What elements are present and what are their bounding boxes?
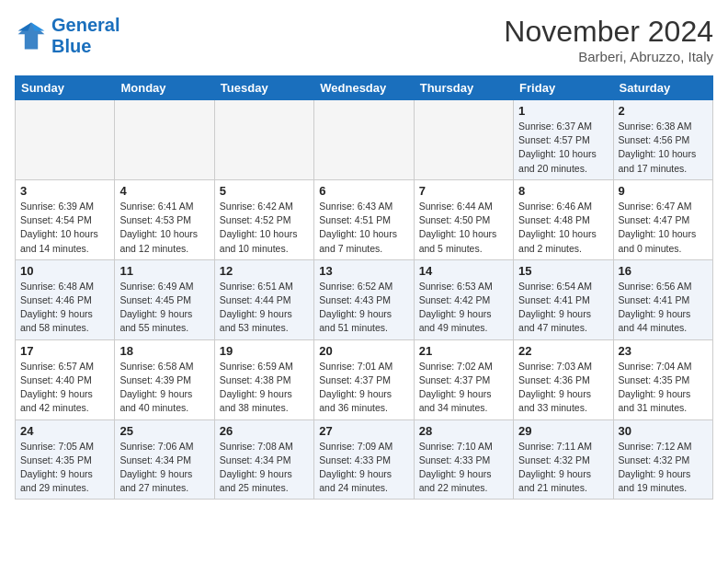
day-info: Sunrise: 6:38 AM Sunset: 4:56 PM Dayligh… bbox=[619, 120, 708, 176]
table-row: 3Sunrise: 6:39 AM Sunset: 4:54 PM Daylig… bbox=[16, 179, 115, 259]
logo-blue: Blue bbox=[51, 36, 119, 57]
col-saturday: Saturday bbox=[613, 76, 712, 100]
table-row: 23Sunrise: 7:04 AM Sunset: 4:35 PM Dayli… bbox=[613, 339, 712, 419]
day-info: Sunrise: 6:52 AM Sunset: 4:43 PM Dayligh… bbox=[319, 280, 408, 336]
table-row: 11Sunrise: 6:49 AM Sunset: 4:45 PM Dayli… bbox=[115, 259, 214, 339]
day-number: 11 bbox=[119, 264, 209, 278]
day-number: 29 bbox=[518, 424, 608, 438]
table-row: 29Sunrise: 7:11 AM Sunset: 4:32 PM Dayli… bbox=[514, 419, 613, 500]
day-number: 18 bbox=[119, 344, 209, 358]
logo: General Blue bbox=[15, 15, 119, 57]
day-number: 13 bbox=[319, 264, 408, 278]
table-row: 6Sunrise: 6:43 AM Sunset: 4:51 PM Daylig… bbox=[314, 179, 414, 259]
day-number: 24 bbox=[20, 424, 109, 438]
table-row bbox=[414, 100, 513, 180]
table-row: 17Sunrise: 6:57 AM Sunset: 4:40 PM Dayli… bbox=[16, 339, 115, 419]
day-info: Sunrise: 7:11 AM Sunset: 4:32 PM Dayligh… bbox=[518, 440, 608, 496]
col-sunday: Sunday bbox=[16, 76, 115, 100]
header: General Blue November 2024 Barberi, Abru… bbox=[15, 15, 713, 64]
table-row: 14Sunrise: 6:53 AM Sunset: 4:42 PM Dayli… bbox=[414, 259, 513, 339]
day-info: Sunrise: 6:48 AM Sunset: 4:46 PM Dayligh… bbox=[20, 280, 109, 336]
table-row: 12Sunrise: 6:51 AM Sunset: 4:44 PM Dayli… bbox=[214, 259, 313, 339]
day-info: Sunrise: 6:42 AM Sunset: 4:52 PM Dayligh… bbox=[220, 200, 309, 256]
day-info: Sunrise: 6:49 AM Sunset: 4:45 PM Dayligh… bbox=[119, 280, 209, 336]
table-row: 1Sunrise: 6:37 AM Sunset: 4:57 PM Daylig… bbox=[514, 100, 613, 180]
table-row: 15Sunrise: 6:54 AM Sunset: 4:41 PM Dayli… bbox=[514, 259, 613, 339]
calendar-week-row: 3Sunrise: 6:39 AM Sunset: 4:54 PM Daylig… bbox=[16, 179, 713, 259]
day-number: 25 bbox=[119, 424, 209, 438]
table-row: 27Sunrise: 7:09 AM Sunset: 4:33 PM Dayli… bbox=[314, 419, 414, 500]
col-monday: Monday bbox=[115, 76, 214, 100]
day-number: 7 bbox=[419, 184, 508, 198]
day-number: 1 bbox=[518, 104, 608, 118]
day-info: Sunrise: 7:01 AM Sunset: 4:37 PM Dayligh… bbox=[319, 360, 408, 416]
day-number: 16 bbox=[619, 264, 708, 278]
day-info: Sunrise: 6:43 AM Sunset: 4:51 PM Dayligh… bbox=[319, 200, 408, 256]
table-row: 25Sunrise: 7:06 AM Sunset: 4:34 PM Dayli… bbox=[115, 419, 214, 500]
day-info: Sunrise: 7:10 AM Sunset: 4:33 PM Dayligh… bbox=[419, 440, 508, 496]
day-info: Sunrise: 6:56 AM Sunset: 4:41 PM Dayligh… bbox=[619, 280, 708, 336]
day-info: Sunrise: 6:57 AM Sunset: 4:40 PM Dayligh… bbox=[20, 360, 109, 416]
col-tuesday: Tuesday bbox=[214, 76, 313, 100]
day-number: 8 bbox=[518, 184, 608, 198]
day-info: Sunrise: 7:09 AM Sunset: 4:33 PM Dayligh… bbox=[319, 440, 408, 496]
day-info: Sunrise: 6:47 AM Sunset: 4:47 PM Dayligh… bbox=[619, 200, 708, 256]
day-number: 6 bbox=[319, 184, 408, 198]
table-row: 30Sunrise: 7:12 AM Sunset: 4:32 PM Dayli… bbox=[613, 419, 712, 500]
table-row: 19Sunrise: 6:59 AM Sunset: 4:38 PM Dayli… bbox=[214, 339, 313, 419]
logo-general: General bbox=[51, 15, 119, 35]
location: Barberi, Abruzzo, Italy bbox=[504, 49, 713, 64]
svg-marker-0 bbox=[18, 23, 45, 50]
day-info: Sunrise: 7:02 AM Sunset: 4:37 PM Dayligh… bbox=[419, 360, 508, 416]
table-row: 20Sunrise: 7:01 AM Sunset: 4:37 PM Dayli… bbox=[314, 339, 414, 419]
day-number: 2 bbox=[619, 104, 708, 118]
day-info: Sunrise: 7:12 AM Sunset: 4:32 PM Dayligh… bbox=[619, 440, 708, 496]
day-number: 4 bbox=[119, 184, 209, 198]
day-number: 14 bbox=[419, 264, 508, 278]
table-row: 21Sunrise: 7:02 AM Sunset: 4:37 PM Dayli… bbox=[414, 339, 513, 419]
day-number: 21 bbox=[419, 344, 508, 358]
day-number: 12 bbox=[220, 264, 309, 278]
table-row bbox=[314, 100, 414, 180]
calendar-week-row: 24Sunrise: 7:05 AM Sunset: 4:35 PM Dayli… bbox=[16, 419, 713, 500]
table-row: 16Sunrise: 6:56 AM Sunset: 4:41 PM Dayli… bbox=[613, 259, 712, 339]
day-number: 23 bbox=[619, 344, 708, 358]
table-row: 8Sunrise: 6:46 AM Sunset: 4:48 PM Daylig… bbox=[514, 179, 613, 259]
day-info: Sunrise: 6:39 AM Sunset: 4:54 PM Dayligh… bbox=[20, 200, 109, 256]
table-row: 24Sunrise: 7:05 AM Sunset: 4:35 PM Dayli… bbox=[16, 419, 115, 500]
logo-text: General Blue bbox=[51, 15, 119, 57]
day-number: 30 bbox=[619, 424, 708, 438]
day-info: Sunrise: 7:03 AM Sunset: 4:36 PM Dayligh… bbox=[518, 360, 608, 416]
table-row: 26Sunrise: 7:08 AM Sunset: 4:34 PM Dayli… bbox=[214, 419, 313, 500]
day-info: Sunrise: 6:37 AM Sunset: 4:57 PM Dayligh… bbox=[518, 120, 608, 176]
calendar-week-row: 17Sunrise: 6:57 AM Sunset: 4:40 PM Dayli… bbox=[16, 339, 713, 419]
table-row bbox=[214, 100, 313, 180]
day-info: Sunrise: 6:59 AM Sunset: 4:38 PM Dayligh… bbox=[220, 360, 309, 416]
day-info: Sunrise: 6:53 AM Sunset: 4:42 PM Dayligh… bbox=[419, 280, 508, 336]
day-number: 19 bbox=[220, 344, 309, 358]
day-info: Sunrise: 7:08 AM Sunset: 4:34 PM Dayligh… bbox=[220, 440, 309, 496]
col-thursday: Thursday bbox=[414, 76, 513, 100]
table-row: 5Sunrise: 6:42 AM Sunset: 4:52 PM Daylig… bbox=[214, 179, 313, 259]
day-info: Sunrise: 6:44 AM Sunset: 4:50 PM Dayligh… bbox=[419, 200, 508, 256]
day-info: Sunrise: 6:41 AM Sunset: 4:53 PM Dayligh… bbox=[119, 200, 209, 256]
day-number: 22 bbox=[518, 344, 608, 358]
calendar-container: General Blue November 2024 Barberi, Abru… bbox=[0, 0, 728, 509]
day-info: Sunrise: 6:46 AM Sunset: 4:48 PM Dayligh… bbox=[518, 200, 608, 256]
day-number: 9 bbox=[619, 184, 708, 198]
day-info: Sunrise: 6:54 AM Sunset: 4:41 PM Dayligh… bbox=[518, 280, 608, 336]
day-info: Sunrise: 7:04 AM Sunset: 4:35 PM Dayligh… bbox=[619, 360, 708, 416]
table-row: 28Sunrise: 7:10 AM Sunset: 4:33 PM Dayli… bbox=[414, 419, 513, 500]
calendar-header-row: Sunday Monday Tuesday Wednesday Thursday… bbox=[16, 76, 713, 100]
calendar-week-row: 10Sunrise: 6:48 AM Sunset: 4:46 PM Dayli… bbox=[16, 259, 713, 339]
logo-icon bbox=[15, 19, 48, 52]
day-info: Sunrise: 7:05 AM Sunset: 4:35 PM Dayligh… bbox=[20, 440, 109, 496]
day-number: 5 bbox=[220, 184, 309, 198]
day-info: Sunrise: 6:51 AM Sunset: 4:44 PM Dayligh… bbox=[220, 280, 309, 336]
table-row: 7Sunrise: 6:44 AM Sunset: 4:50 PM Daylig… bbox=[414, 179, 513, 259]
table-row: 4Sunrise: 6:41 AM Sunset: 4:53 PM Daylig… bbox=[115, 179, 214, 259]
table-row: 18Sunrise: 6:58 AM Sunset: 4:39 PM Dayli… bbox=[115, 339, 214, 419]
col-friday: Friday bbox=[514, 76, 613, 100]
day-number: 20 bbox=[319, 344, 408, 358]
day-info: Sunrise: 6:58 AM Sunset: 4:39 PM Dayligh… bbox=[119, 360, 209, 416]
